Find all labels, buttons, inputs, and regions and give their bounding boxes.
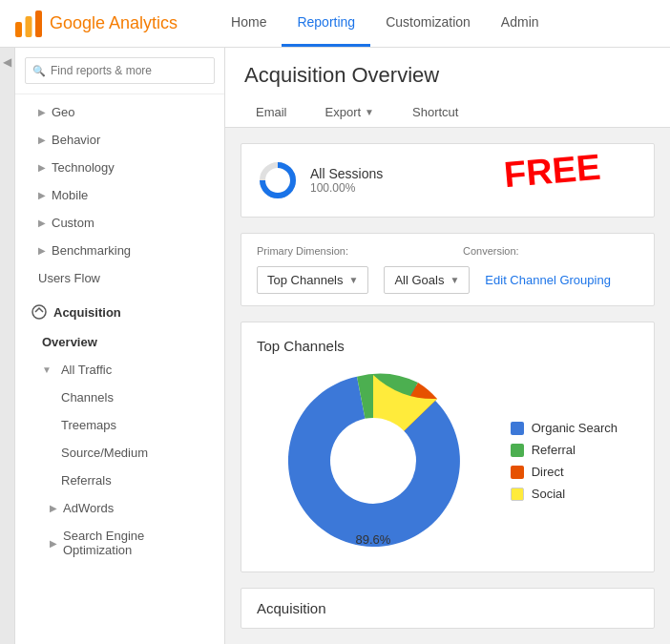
acquisition-card-title: Acquisition [257, 600, 639, 616]
sidebar-item-treemaps[interactable]: Treemaps [15, 411, 224, 439]
sidebar-item-behavior[interactable]: ▶ Behavior [15, 126, 224, 154]
search-box [15, 48, 224, 94]
sidebar-toggle[interactable]: ◀ [0, 48, 15, 644]
segment-container: All Sessions 100.00% FREE [241, 143, 655, 218]
primary-dimension-dropdown[interactable]: Top Channels ▼ [257, 266, 368, 294]
sidebar: ▶ Geo ▶ Behavior ▶ Technology ▶ Mobile ▶… [15, 48, 225, 644]
sidebar-acquisition-header[interactable]: Acquisition [15, 296, 224, 328]
pie-chart: 89.6% [278, 365, 469, 556]
legend-item-referral: Referral [511, 443, 618, 457]
nav-admin[interactable]: Admin [486, 0, 555, 47]
legend-dot-direct [511, 466, 524, 479]
logo-area: Google Analytics [15, 10, 178, 37]
sidebar-item-overview[interactable]: Overview [15, 328, 224, 356]
svg-rect-1 [26, 16, 32, 37]
sidebar-item-source-medium[interactable]: Source/Medium [15, 439, 224, 467]
top-navigation: Google Analytics Home Reporting Customiz… [0, 0, 670, 48]
main-content: Acquisition Overview Email Export ▼ Shor… [225, 48, 670, 644]
logo-text: Google Analytics [50, 13, 178, 33]
donut-chart-icon [257, 159, 299, 201]
search-input[interactable] [25, 57, 215, 84]
nav-customization[interactable]: Customization [370, 0, 486, 47]
sidebar-item-all-traffic[interactable]: ▼ All Traffic [15, 356, 224, 384]
sidebar-item-benchmarking[interactable]: ▶ Benchmarking [15, 237, 224, 264]
action-bar: Email Export ▼ Shortcut [244, 99, 651, 127]
legend-dot-organic [511, 422, 524, 435]
dropdown-arrow-icon: ▼ [450, 275, 459, 285]
chart-card: Top Channels [241, 322, 655, 572]
acquisition-icon [31, 303, 48, 321]
dim-controls: Top Channels ▼ All Goals ▼ Edit Channel … [257, 266, 639, 294]
nav-reporting[interactable]: Reporting [282, 0, 370, 47]
sidebar-item-adwords[interactable]: ▶ AdWords [15, 494, 224, 522]
arrow-icon: ▶ [38, 135, 46, 145]
arrow-icon: ▶ [38, 190, 46, 200]
content-area: All Sessions 100.00% FREE Primary Dimens… [225, 128, 670, 644]
pie-svg [278, 365, 469, 556]
page-header: Acquisition Overview Email Export ▼ Shor… [225, 48, 670, 128]
free-text: FREE [502, 146, 602, 196]
segment-left: All Sessions 100.00% [257, 159, 383, 201]
conversion-label: Conversion: [463, 245, 519, 257]
sidebar-item-geo[interactable]: ▶ Geo [15, 98, 224, 126]
chart-title: Top Channels [257, 338, 639, 354]
arrow-icon: ▶ [38, 218, 46, 228]
sidebar-audience-section: ▶ Geo ▶ Behavior ▶ Technology ▶ Mobile ▶… [15, 94, 224, 296]
main-nav: Home Reporting Customization Admin [216, 0, 554, 47]
segment-card: All Sessions 100.00% FREE [241, 143, 655, 218]
toggle-icon: ◀ [3, 55, 11, 69]
acquisition-card: Acquisition [241, 588, 655, 629]
arrow-icon: ▶ [38, 162, 46, 173]
sidebar-item-technology[interactable]: ▶ Technology [15, 154, 224, 181]
search-wrap [25, 57, 215, 84]
sidebar-item-users-flow[interactable]: Users Flow [15, 264, 224, 292]
svg-rect-0 [15, 22, 22, 37]
shortcut-button[interactable]: Shortcut [401, 99, 470, 128]
arrow-icon: ▶ [50, 538, 57, 549]
email-button[interactable]: Email [244, 99, 299, 128]
legend-dot-social [511, 488, 524, 501]
arrow-icon: ▶ [38, 107, 46, 117]
pie-center-label: 89.6% [355, 532, 390, 547]
sidebar-item-seo[interactable]: ▶ Search Engine Optimization [15, 522, 224, 564]
sidebar-item-mobile[interactable]: ▶ Mobile [15, 181, 224, 209]
chart-area: 89.6% Organic Search Referral [257, 365, 639, 556]
segment-percent: 100.00% [310, 181, 383, 195]
arrow-icon: ▶ [50, 503, 57, 513]
sidebar-item-referrals[interactable]: Referrals [15, 467, 224, 494]
ga-logo-icon [15, 10, 42, 37]
primary-dim-label: Primary Dimension: [257, 245, 348, 257]
legend-item-social: Social [511, 487, 618, 501]
sidebar-item-channels[interactable]: Channels [15, 384, 224, 411]
edit-channel-grouping-link[interactable]: Edit Channel Grouping [485, 273, 611, 287]
page-title: Acquisition Overview [244, 63, 651, 88]
dim-labels: Primary Dimension: Conversion: [257, 245, 639, 257]
legend-item-direct: Direct [511, 465, 618, 479]
segment-info: All Sessions 100.00% [310, 166, 383, 195]
segment-name: All Sessions [310, 166, 383, 181]
sidebar-item-custom[interactable]: ▶ Custom [15, 209, 224, 237]
legend-item-organic: Organic Search [511, 421, 618, 435]
conversion-dropdown[interactable]: All Goals ▼ [384, 266, 470, 294]
export-button[interactable]: Export ▼ [314, 99, 386, 128]
chart-legend: Organic Search Referral Direct Soci [511, 421, 618, 501]
legend-dot-referral [511, 444, 524, 457]
arrow-icon: ▶ [38, 245, 46, 256]
main-layout: ◀ ▶ Geo ▶ Behavior ▶ Technology ▶ Mobi [0, 48, 670, 644]
dropdown-arrow-icon: ▼ [349, 275, 359, 285]
free-annotation: FREE [504, 151, 600, 192]
dimension-row: Primary Dimension: Conversion: Top Chann… [241, 233, 655, 306]
svg-point-6 [330, 418, 416, 504]
export-dropdown-icon: ▼ [365, 107, 374, 117]
svg-rect-2 [35, 10, 42, 37]
nav-home[interactable]: Home [216, 0, 282, 47]
